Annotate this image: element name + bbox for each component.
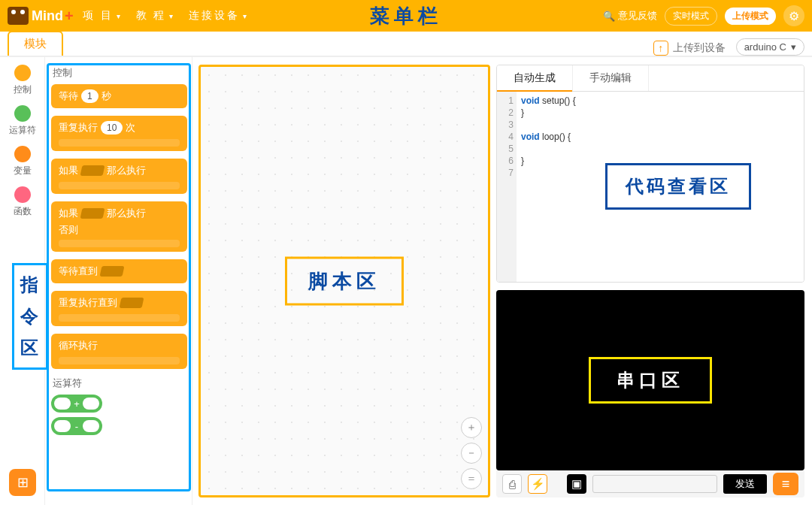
category-variables[interactable]: 变量: [14, 146, 32, 177]
send-button[interactable]: 发送: [723, 474, 767, 494]
block-forever[interactable]: 循环执行: [51, 334, 187, 369]
menu-items: 项 目▾ 教 程▾ 连接设备▾: [83, 9, 250, 23]
tab-manual-edit[interactable]: 手动编辑: [573, 65, 649, 91]
stage-controls: ＋ － ＝: [461, 417, 482, 489]
language-select[interactable]: arduino C▾: [736, 38, 804, 56]
code-gutter: 1234567: [497, 92, 517, 282]
menubar-annotation: 菜单栏: [370, 3, 442, 29]
feedback-link[interactable]: 🔍意见反馈: [603, 9, 657, 23]
block-palette: 控制 等待1秒 重复执行10次 如果那么执行 如果那么执行 否则 等待直到 重复…: [45, 57, 192, 505]
upload-icon: ↑: [653, 41, 668, 56]
mode-upload-button[interactable]: 上传模式: [725, 8, 776, 25]
tab-blocks[interactable]: 模块: [8, 31, 63, 56]
bool-slot: [80, 165, 105, 176]
block-if-else[interactable]: 如果那么执行 否则: [51, 201, 187, 252]
menu-icon[interactable]: ≡: [773, 473, 798, 495]
serial-area-annotation: 串口区: [589, 357, 712, 404]
menu-bar: Mind + 项 目▾ 教 程▾ 连接设备▾ 菜单栏 🔍意见反馈 实时模式 上传…: [0, 0, 812, 32]
palette-section-control: 控制: [53, 66, 187, 80]
logo: Mind +: [8, 7, 74, 25]
upload-to-device[interactable]: ↑ 上传到设备: [653, 41, 726, 56]
bool-slot: [120, 298, 144, 308]
bool-slot: [100, 266, 125, 277]
block-repeat-n[interactable]: 重复执行10次: [51, 116, 187, 151]
block-repeat-until[interactable]: 重复执行直到: [51, 291, 187, 326]
serial-input[interactable]: [592, 475, 717, 493]
zoom-in-button[interactable]: ＋: [461, 417, 482, 438]
code-lines: void setup() {}void loop() {}: [517, 92, 580, 282]
flash-icon[interactable]: ⚡: [528, 474, 547, 494]
logo-plus: +: [65, 8, 74, 25]
search-icon: 🔍: [603, 11, 615, 22]
chevron-down-icon: ▾: [169, 12, 175, 20]
block-add[interactable]: +: [51, 395, 102, 413]
block-wait-until[interactable]: 等待直到: [51, 259, 187, 283]
serial-toolbar: ⎙ ⚡ ▣ 发送 ≡: [496, 470, 804, 497]
block-wait[interactable]: 等待1秒: [51, 84, 187, 108]
menu-connect[interactable]: 连接设备▾: [189, 9, 249, 23]
main-area: 控制 运算符 变量 函数 ⊞ 控制 等待1秒 重复执行10次 如果那么执行 如果…: [0, 57, 812, 505]
usb-icon[interactable]: ⎙: [502, 474, 522, 494]
block-sub[interactable]: -: [51, 417, 102, 435]
sub-bar: 模块 ↑ 上传到设备 arduino C▾: [0, 32, 812, 57]
category-control[interactable]: 控制: [14, 65, 32, 96]
menu-project[interactable]: 项 目▾: [83, 9, 123, 23]
tab-auto-generate[interactable]: 自动生成: [497, 65, 573, 91]
block-if[interactable]: 如果那么执行: [51, 159, 187, 194]
chevron-down-icon: ▾: [791, 41, 796, 53]
extensions-button[interactable]: ⊞: [9, 469, 36, 496]
right-column: 自动生成 手动编辑 1234567 void setup() {}void lo…: [496, 57, 812, 505]
chevron-down-icon: ▾: [243, 12, 249, 20]
robot-icon: [8, 7, 29, 25]
script-area[interactable]: 脚本区 ＋ － ＝: [198, 65, 490, 497]
code-panel: 自动生成 手动编辑 1234567 void setup() {}void lo…: [496, 65, 804, 283]
gear-icon[interactable]: ⚙: [783, 5, 804, 26]
chevron-down-icon: ▾: [117, 12, 123, 20]
palette-annotation-label: 指 令 区: [12, 263, 48, 370]
terminal-icon[interactable]: ▣: [567, 474, 586, 494]
script-area-annotation: 脚本区: [285, 257, 404, 306]
code-area-annotation: 代码查看区: [605, 163, 751, 210]
category-functions[interactable]: 函数: [14, 186, 32, 218]
category-operators[interactable]: 运算符: [9, 105, 36, 137]
serial-panel: 串口区: [496, 290, 804, 470]
zoom-out-button[interactable]: －: [461, 443, 482, 464]
menu-tutorial[interactable]: 教 程▾: [136, 9, 176, 23]
bool-slot: [80, 208, 105, 219]
mode-live-button[interactable]: 实时模式: [665, 7, 717, 26]
logo-text: Mind: [32, 8, 63, 24]
palette-section-operators: 运算符: [53, 376, 187, 390]
zoom-reset-button[interactable]: ＝: [461, 468, 482, 489]
